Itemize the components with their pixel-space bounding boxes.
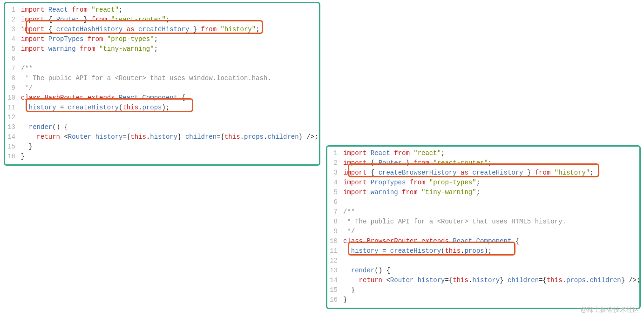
line-number: 6 xyxy=(5,54,21,64)
code-content: import { createBrowserHistory as createH… xyxy=(343,168,639,178)
line-number: 10 xyxy=(327,236,343,246)
code-line: 3import { createHashHistory as createHis… xyxy=(5,25,319,34)
line-number: 8 xyxy=(327,217,343,227)
line-number: 13 xyxy=(327,266,343,276)
code-line: 8 * The public API for a <Router> that u… xyxy=(5,74,319,83)
code-line: 3import { createBrowserHistory as create… xyxy=(327,168,639,178)
line-number: 7 xyxy=(327,207,343,217)
code-line: 10class HashRouter extends React.Compone… xyxy=(5,93,319,103)
line-number: 14 xyxy=(327,276,343,285)
code-content: import PropTypes from "prop-types"; xyxy=(343,178,639,188)
code-content: history = createHistory(this.props); xyxy=(21,103,319,113)
line-number: 4 xyxy=(5,34,21,44)
code-content: /** xyxy=(21,64,319,74)
code-line: 12 xyxy=(5,113,319,122)
code-line: 11 history = createHistory(this.props); xyxy=(5,103,319,113)
code-line: 16} xyxy=(327,295,639,305)
line-number: 3 xyxy=(327,168,343,178)
line-number: 14 xyxy=(5,132,21,142)
code-content: history = createHistory(this.props); xyxy=(343,246,639,256)
line-number: 8 xyxy=(5,74,21,83)
code-line: 13 render() { xyxy=(5,122,319,132)
code-line: 1import React from "react"; xyxy=(5,5,319,15)
code-content: import warning from "tiny-warning"; xyxy=(21,44,319,54)
code-content: import { createHashHistory as createHist… xyxy=(21,25,319,34)
code-content: /** xyxy=(343,207,639,217)
code-content: * The public API for a <Router> that use… xyxy=(21,74,319,83)
line-number: 16 xyxy=(327,295,343,305)
code-content: return <Router history={this.history} ch… xyxy=(343,276,641,285)
line-number: 12 xyxy=(5,113,21,122)
code-content: import warning from "tiny-warning"; xyxy=(343,188,639,197)
code-block-hashrouter: 1import React from "react";2import { Rou… xyxy=(4,2,320,166)
line-number: 4 xyxy=(327,178,343,188)
line-number: 9 xyxy=(327,227,343,236)
code-block-browserrouter: 1import React from "react";2import { Rou… xyxy=(326,145,641,309)
code-content: import PropTypes from "prop-types"; xyxy=(21,34,319,44)
code-content: */ xyxy=(343,227,639,236)
code-content: class BrowserRouter extends React.Compon… xyxy=(343,236,639,246)
code-line: 5import warning from "tiny-warning"; xyxy=(327,188,639,197)
code-content: class HashRouter extends React.Component… xyxy=(21,93,319,103)
code-content: * The public API for a <Router> that use… xyxy=(343,217,639,227)
code-line: 6 xyxy=(327,197,639,207)
code-line: 14 return <Router history={this.history}… xyxy=(327,276,639,285)
code-line: 15 } xyxy=(5,142,319,152)
code-line: 12 xyxy=(327,256,639,266)
line-number: 1 xyxy=(327,148,343,158)
code-line: 13 render() { xyxy=(327,266,639,276)
line-number: 5 xyxy=(5,44,21,54)
code-line: 2import { Router } from "react-router"; xyxy=(5,15,319,25)
line-number: 2 xyxy=(327,158,343,168)
code-line: 16} xyxy=(5,152,319,162)
line-number: 11 xyxy=(327,246,343,256)
code-line: 14 return <Router history={this.history}… xyxy=(5,132,319,142)
line-number: 16 xyxy=(5,152,21,162)
line-number: 7 xyxy=(5,64,21,74)
code-line: 6 xyxy=(5,54,319,64)
code-content: import React from "react"; xyxy=(343,148,639,158)
line-number: 15 xyxy=(327,285,343,295)
code-line: 9 */ xyxy=(327,227,639,236)
code-content: */ xyxy=(21,83,319,93)
code-line: 10class BrowserRouter extends React.Comp… xyxy=(327,236,639,246)
code-line: 7/** xyxy=(327,207,639,217)
code-content: render() { xyxy=(21,122,319,132)
line-number: 15 xyxy=(5,142,21,152)
code-content: } xyxy=(343,285,639,295)
code-content: } xyxy=(343,295,639,305)
code-content: import { Router } from "react-router"; xyxy=(21,15,319,25)
code-content: return <Router history={this.history} ch… xyxy=(21,132,319,142)
line-number: 6 xyxy=(327,197,343,207)
code-line: 7/** xyxy=(5,64,319,74)
code-line: 11 history = createHistory(this.props); xyxy=(327,246,639,256)
code-line: 15 } xyxy=(327,285,639,295)
code-line: 5import warning from "tiny-warning"; xyxy=(5,44,319,54)
line-number: 13 xyxy=(5,122,21,132)
line-number: 5 xyxy=(327,188,343,197)
code-line: 4import PropTypes from "prop-types"; xyxy=(5,34,319,44)
line-number: 2 xyxy=(5,15,21,25)
code-content: render() { xyxy=(343,266,639,276)
code-line: 4import PropTypes from "prop-types"; xyxy=(327,178,639,188)
line-number: 10 xyxy=(5,93,21,103)
line-number: 1 xyxy=(5,5,21,15)
line-number: 12 xyxy=(327,256,343,266)
watermark: @稀土掘金技术社区 xyxy=(581,306,639,314)
code-line: 9 */ xyxy=(5,83,319,93)
code-content: } xyxy=(21,142,319,152)
code-content: import React from "react"; xyxy=(21,5,319,15)
code-content: import { Router } from "react-router"; xyxy=(343,158,639,168)
line-number: 11 xyxy=(5,103,21,113)
code-content: } xyxy=(21,152,319,162)
code-line: 8 * The public API for a <Router> that u… xyxy=(327,217,639,227)
line-number: 3 xyxy=(5,25,21,34)
code-line: 1import React from "react"; xyxy=(327,148,639,158)
code-line: 2import { Router } from "react-router"; xyxy=(327,158,639,168)
line-number: 9 xyxy=(5,83,21,93)
